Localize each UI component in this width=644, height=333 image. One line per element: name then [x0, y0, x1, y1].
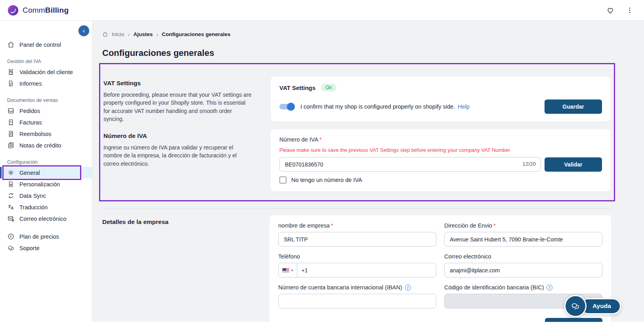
status-badge-on: On — [321, 84, 336, 92]
customization-icon — [7, 180, 15, 188]
company-name-label: nombre de empresa* — [278, 222, 436, 229]
company-details-section-title: Detalles de la empresa — [102, 218, 252, 226]
main-content: Inicio › Ajustes › Configuraciones gener… — [92, 21, 644, 322]
sidebar-item-notas-credito[interactable]: Notas de crédito — [0, 140, 92, 151]
sidebar-item-general[interactable]: General — [0, 167, 92, 178]
sidebar-item-label: Correo electrónico — [19, 216, 66, 222]
sidebar-item-data-sync[interactable]: Data Sync — [0, 190, 92, 201]
vat-number-field-label: Número de IVA* — [279, 136, 602, 143]
sidebar-item-label: Pedidos — [19, 108, 40, 114]
divider — [103, 70, 611, 70]
vat-number-card: Número de IVA* Please make sure to save … — [271, 129, 611, 191]
sidebar-item-label: Traducción — [19, 204, 48, 211]
sidebar-item-label: Plan de precios — [19, 233, 59, 240]
breadcrumb-ajustes[interactable]: Ajustes — [134, 31, 153, 37]
breadcrumb-inicio[interactable]: Inicio — [112, 31, 124, 37]
svg-text:€: € — [10, 235, 12, 238]
brand-logo[interactable]: CommBilling — [7, 4, 69, 16]
breadcrumb-separator: › — [156, 31, 158, 38]
sidebar-item-validacion-cliente[interactable]: Validación del cliente — [0, 66, 92, 78]
brand-name: CommBilling — [23, 6, 69, 15]
vat-number-section-description: Ingrese su número de IVA para validar y … — [103, 144, 253, 168]
bottom-margin — [0, 322, 644, 333]
company-details-card: nombre de empresa* Dirección de Envio* T… — [269, 215, 611, 322]
country-code-dropdown[interactable]: ▾ — [279, 263, 297, 277]
help-widget: Ayuda — [564, 295, 621, 317]
validate-button[interactable]: Validar — [545, 157, 602, 172]
sidebar-item-soporte[interactable]: Soporte — [0, 242, 92, 254]
sidebar-item-label: Personalización — [19, 181, 60, 188]
sidebar-item-label: Validación del cliente — [19, 69, 73, 75]
vat-settings-section-description: Before proceeding, please ensure that yo… — [103, 91, 253, 123]
chevron-down-icon: ▾ — [291, 268, 293, 272]
vat-number-char-counter: 12/20 — [522, 161, 536, 167]
iban-info-icon[interactable]: i — [405, 285, 411, 291]
vat-validation-icon — [7, 68, 15, 76]
credit-notes-icon — [7, 142, 15, 149]
page-title: Configuraciones generales — [102, 48, 611, 58]
brand-logo-icon — [7, 4, 19, 16]
required-asterisk: * — [319, 136, 322, 143]
company-details-row: Detalles de la empresa nombre de empresa… — [102, 215, 611, 322]
email-label: Correo electrónico — [444, 253, 602, 260]
svg-text:€: € — [10, 121, 12, 124]
phone-field: ▾ — [278, 263, 436, 278]
company-save-button[interactable]: Guardar — [545, 318, 602, 322]
sidebar-item-personalizacion[interactable]: Personalización — [0, 178, 92, 190]
home-icon — [7, 41, 15, 48]
kebab-menu-icon[interactable] — [626, 6, 634, 14]
invoices-icon: € — [7, 119, 15, 126]
iban-label: Número de cuenta bancaria internacional … — [278, 284, 436, 291]
sidebar-section-configuracion: Configuración — [0, 157, 92, 167]
phone-input[interactable] — [297, 267, 436, 274]
vat-number-warning-text: Please make sure to save the previous VA… — [279, 147, 602, 153]
vat-number-section-title: Número de IVA — [103, 132, 253, 140]
sidebar-item-label: General — [19, 170, 40, 176]
vat-settings-row: VAT Settings Before proceeding, please e… — [103, 77, 611, 123]
breadcrumb-current: Configuraciones generales — [162, 31, 230, 37]
sidebar-item-panel-de-control[interactable]: Panel de control — [0, 39, 92, 50]
no-vat-number-checkbox[interactable] — [279, 176, 287, 184]
required-asterisk: * — [493, 222, 496, 229]
annotation-box-vat-sections: VAT Settings Before proceeding, please e… — [99, 63, 615, 201]
sidebar-item-plan-de-precios[interactable]: € Plan de precios — [0, 231, 92, 242]
vat-number-input[interactable] — [279, 157, 541, 172]
orders-icon — [7, 107, 15, 115]
required-asterisk: * — [331, 222, 333, 229]
sidebar-item-label: Facturas — [19, 119, 42, 126]
help-link[interactable]: Help — [458, 103, 470, 110]
sidebar: ‹ Panel de control Gestión del IVA — [0, 21, 92, 322]
bic-info-icon[interactable]: i — [547, 285, 552, 291]
shop-configured-toggle[interactable] — [279, 104, 294, 109]
shipping-address-input[interactable] — [444, 232, 602, 247]
sidebar-item-label: Soporte — [19, 245, 40, 251]
sidebar-item-pedidos[interactable]: Pedidos — [0, 105, 92, 117]
favorite-heart-icon[interactable] — [606, 6, 615, 15]
phone-label: Teléfono — [278, 253, 436, 260]
breadcrumb: Inicio › Ajustes › Configuraciones gener… — [102, 31, 611, 38]
sidebar-item-facturas[interactable]: € Facturas — [0, 117, 92, 128]
reports-icon — [7, 80, 15, 87]
sidebar-section-gestion-iva: Gestión del IVA — [0, 56, 92, 66]
vat-settings-save-button[interactable]: Guardar — [545, 100, 602, 114]
sidebar-item-label: Reembolsos — [19, 131, 52, 137]
support-icon — [7, 244, 15, 252]
app-header: CommBilling — [0, 0, 644, 21]
breadcrumb-separator: › — [128, 31, 130, 38]
sidebar-item-correo-electronico[interactable]: Correo electrónico — [0, 213, 92, 224]
chat-bubbles-icon — [570, 301, 581, 311]
divider — [102, 209, 611, 209]
help-chat-button[interactable] — [564, 295, 587, 317]
email-input[interactable] — [444, 263, 602, 278]
sidebar-item-reembolsos[interactable]: Reembolsos — [0, 128, 92, 140]
shop-configured-label: I confirm that my shop is configured pro… — [300, 103, 455, 110]
iban-input[interactable] — [278, 294, 436, 308]
sidebar-collapse-button[interactable]: ‹ — [78, 25, 89, 36]
translate-icon — [7, 203, 15, 211]
company-name-input[interactable] — [278, 232, 436, 247]
shipping-address-label: Dirección de Envio* — [444, 222, 602, 229]
sync-icon — [7, 192, 15, 199]
sidebar-item-informes[interactable]: Informes — [0, 78, 92, 89]
gear-icon — [7, 169, 15, 176]
sidebar-item-traduccion[interactable]: Traducción — [0, 201, 92, 213]
